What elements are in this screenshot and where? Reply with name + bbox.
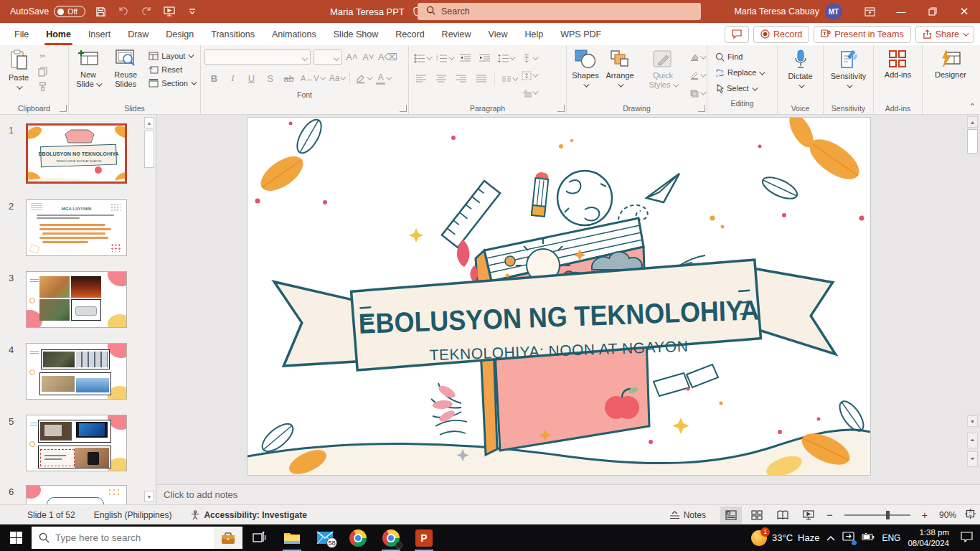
canvas-scrollbar-thumb[interactable] bbox=[967, 129, 978, 154]
decrease-indent-button[interactable] bbox=[458, 51, 472, 65]
strikethrough-button[interactable]: ab bbox=[282, 71, 296, 85]
slide-1-editor[interactable]: EBOLUSYON NG TEKNOLOHIYA TEKNOLOHIYA: NO… bbox=[248, 118, 870, 475]
slide-canvas[interactable]: EBOLUSYON NG TEKNOLOHIYA TEKNOLOHIYA: NO… bbox=[156, 115, 980, 484]
tab-help[interactable]: Help bbox=[516, 23, 552, 45]
slide-thumbnail-5[interactable] bbox=[26, 415, 127, 471]
paste-button[interactable]: Paste bbox=[2, 47, 35, 93]
minimize-button[interactable]: — bbox=[885, 0, 917, 23]
start-button[interactable] bbox=[0, 524, 32, 551]
cut-icon[interactable]: ✂ bbox=[37, 50, 49, 62]
titlebar-search[interactable] bbox=[418, 3, 701, 20]
slide-counter[interactable]: Slide 1 of 52 bbox=[27, 510, 75, 520]
numbering-button[interactable]: 12 bbox=[436, 51, 453, 65]
replace-button[interactable]: bcReplace bbox=[712, 67, 772, 79]
action-center-icon[interactable] bbox=[961, 532, 973, 545]
record-button[interactable]: Record bbox=[753, 26, 809, 43]
format-painter-icon[interactable] bbox=[37, 80, 49, 93]
mail-icon[interactable]: 58 bbox=[308, 524, 341, 551]
align-right-button[interactable] bbox=[454, 72, 468, 86]
tab-review[interactable]: Review bbox=[433, 23, 480, 45]
hidden-icons-chevron[interactable] bbox=[826, 532, 835, 543]
drawing-dialog-launcher[interactable] bbox=[698, 105, 705, 112]
underline-button[interactable]: U bbox=[245, 71, 258, 85]
align-text-button[interactable] bbox=[521, 68, 537, 83]
chrome-icon[interactable] bbox=[341, 524, 374, 551]
justify-button[interactable] bbox=[474, 72, 488, 86]
language-indicator[interactable]: ENG bbox=[882, 533, 900, 543]
line-spacing-button[interactable] bbox=[497, 51, 514, 65]
slide-thumbnail-4[interactable] bbox=[26, 343, 127, 400]
fit-to-window-button[interactable] bbox=[965, 509, 976, 521]
reset-button[interactable]: Reset bbox=[146, 64, 198, 75]
tab-record[interactable]: Record bbox=[387, 23, 433, 45]
dictate-button[interactable]: Dictate bbox=[784, 47, 817, 92]
restore-button[interactable] bbox=[917, 0, 948, 23]
scrollbar-thumb[interactable] bbox=[144, 131, 154, 168]
start-slideshow-icon[interactable] bbox=[161, 4, 177, 19]
clipboard-dialog-launcher[interactable] bbox=[60, 105, 67, 112]
bullets-button[interactable] bbox=[414, 51, 430, 65]
tab-wpspdf[interactable]: WPS PDF bbox=[552, 23, 610, 45]
scroll-up-arrow[interactable]: ▲ bbox=[144, 117, 154, 128]
share-button[interactable]: Share bbox=[915, 26, 974, 43]
change-case-button[interactable]: Aa bbox=[329, 71, 345, 85]
tab-slideshow[interactable]: Slide Show bbox=[325, 23, 387, 45]
font-dialog-launcher[interactable] bbox=[400, 105, 407, 112]
highlight-color-button[interactable] bbox=[355, 71, 371, 85]
search-input[interactable] bbox=[441, 6, 656, 17]
copy-icon[interactable] bbox=[37, 65, 49, 77]
avatar[interactable]: MT bbox=[825, 3, 842, 20]
weather-widget[interactable]: 1 33°C Haze bbox=[751, 530, 819, 546]
chrome-profile-icon[interactable] bbox=[374, 524, 407, 551]
language-status[interactable]: English (Philippines) bbox=[94, 510, 172, 520]
tab-animations[interactable]: Animations bbox=[263, 23, 325, 45]
taskbar-clock[interactable]: 1:38 pm 08/04/2024 bbox=[908, 527, 949, 549]
shapes-button[interactable]: Shapes bbox=[569, 47, 602, 91]
text-direction-button[interactable] bbox=[521, 51, 537, 65]
arrange-button[interactable]: Arrange bbox=[603, 47, 636, 91]
normal-view-button[interactable] bbox=[720, 507, 742, 524]
comments-button[interactable] bbox=[725, 26, 749, 43]
tab-file[interactable]: File bbox=[6, 23, 37, 45]
save-icon[interactable] bbox=[93, 4, 108, 19]
battery-icon[interactable] bbox=[862, 532, 875, 543]
quick-styles-button[interactable]: Quick Styles bbox=[638, 47, 688, 91]
shrink-font-button[interactable]: A˅ bbox=[362, 50, 375, 65]
tab-home[interactable]: Home bbox=[37, 23, 80, 45]
reuse-slides-button[interactable]: Reuse Slides bbox=[107, 47, 144, 90]
text-shadow-button[interactable]: S bbox=[263, 71, 277, 85]
convert-smartart-button[interactable] bbox=[521, 85, 537, 100]
canvas-scroll-up-arrow[interactable]: ▲ bbox=[967, 116, 978, 128]
thumbnail-scrollbar[interactable]: ▲ ▼ bbox=[144, 117, 154, 502]
layout-button[interactable]: Layout bbox=[146, 50, 198, 62]
shape-outline-button[interactable] bbox=[689, 68, 705, 83]
columns-button[interactable] bbox=[501, 72, 517, 86]
present-in-teams-button[interactable]: Present in Teams bbox=[814, 26, 910, 43]
tab-insert[interactable]: Insert bbox=[80, 23, 119, 45]
align-left-button[interactable] bbox=[414, 72, 428, 86]
tab-view[interactable]: View bbox=[480, 23, 517, 45]
powerpoint-icon[interactable]: P bbox=[407, 524, 440, 551]
shape-effects-button[interactable] bbox=[689, 86, 705, 100]
align-center-button[interactable] bbox=[434, 72, 448, 86]
zoom-slider[interactable] bbox=[844, 514, 910, 516]
canvas-scroll-down-arrow[interactable]: ▼ bbox=[967, 415, 978, 427]
slideshow-view-button[interactable] bbox=[798, 507, 819, 524]
scroll-down-arrow[interactable]: ▼ bbox=[144, 491, 154, 502]
ribbon-display-options-icon[interactable] bbox=[854, 0, 885, 23]
titlebar-user-name[interactable]: Maria Teresa Cabuay bbox=[734, 6, 819, 17]
zoom-level[interactable]: 90% bbox=[939, 510, 956, 520]
taskbar-search-box[interactable] bbox=[32, 527, 242, 549]
slide-thumbnail-6[interactable] bbox=[26, 485, 127, 504]
collapse-ribbon-chevron[interactable]: ⌃ bbox=[969, 102, 976, 111]
previous-slide-button[interactable]: ⏶ bbox=[967, 433, 978, 448]
task-view-button[interactable] bbox=[242, 524, 275, 551]
accessibility-status[interactable]: Accessibility: Investigate bbox=[190, 510, 306, 520]
italic-button[interactable]: I bbox=[226, 71, 240, 85]
grow-font-button[interactable]: A˄ bbox=[345, 50, 359, 65]
increase-indent-button[interactable] bbox=[478, 51, 491, 65]
close-button[interactable]: ✕ bbox=[948, 0, 980, 23]
zoom-slider-thumb[interactable] bbox=[886, 511, 890, 519]
undo-icon[interactable] bbox=[116, 4, 131, 19]
section-button[interactable]: Section bbox=[146, 77, 198, 89]
